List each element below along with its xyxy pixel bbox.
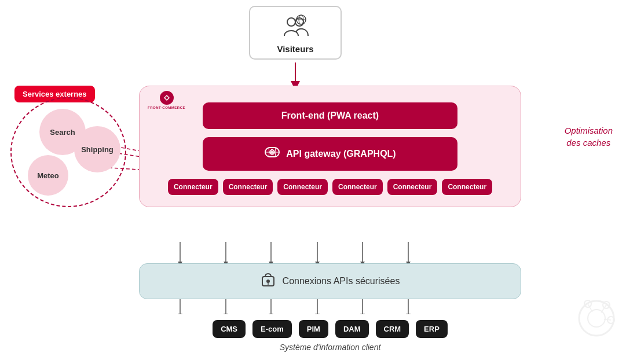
svg-line-43 — [588, 304, 592, 312]
api-icon — [264, 144, 280, 164]
visiteurs-label: Visiteurs — [277, 44, 313, 54]
api-gateway-label: API gateway (GRAPHQL) — [286, 149, 396, 159]
connecteur-4: Connecteur — [332, 179, 383, 195]
connecteur-5: Connecteur — [387, 179, 438, 195]
api-gateway-box: API gateway (GRAPHQL) — [203, 137, 457, 171]
connecteur-2: Connecteur — [223, 179, 273, 195]
si-box: CMS E-com PIM DAM CRM ERP Système d'info… — [139, 314, 521, 360]
diagram-container: Visiteurs FRONT-COMMERCE Front-end (PWA … — [0, 0, 637, 364]
connecteur-3: Connecteur — [277, 179, 328, 195]
svg-line-47 — [604, 319, 611, 320]
svg-rect-36 — [270, 151, 274, 154]
connecteur-6: Connecteur — [442, 179, 492, 195]
bubble-shipping: Shipping — [74, 126, 120, 172]
frontend-label: Front-end (PWA react) — [281, 111, 379, 120]
fc-logo-icon — [160, 91, 174, 105]
svg-point-28 — [287, 18, 295, 26]
svg-point-41 — [588, 310, 605, 327]
si-ecom: E-com — [252, 320, 292, 338]
visitors-icon — [281, 14, 309, 42]
svg-point-38 — [266, 280, 270, 283]
si-erp: ERP — [416, 320, 448, 338]
optimisation-label: Optimisation des caches — [565, 124, 613, 149]
fc-main-box: FRONT-COMMERCE Front-end (PWA react) — [139, 86, 521, 207]
right-decoration — [570, 292, 623, 347]
si-label: Système d'information client — [280, 343, 381, 352]
si-items-row: CMS E-com PIM DAM CRM ERP — [213, 320, 448, 338]
visiteurs-box: Visiteurs — [249, 6, 342, 60]
connecteur-row: Connecteur Connecteur Connecteur Connect… — [151, 179, 509, 195]
connecteur-1: Connecteur — [168, 179, 218, 195]
si-dam: DAM — [335, 320, 369, 338]
secure-icon — [261, 272, 276, 291]
bubble-meteo: Meteo — [28, 155, 68, 196]
secure-label: Connexions APIs sécurisées — [283, 276, 400, 286]
bubbles-circle: Search Shipping Meteo — [10, 97, 126, 207]
secure-box: Connexions APIs sécurisées — [139, 263, 521, 299]
si-cms: CMS — [213, 320, 246, 338]
si-pim: PIM — [299, 320, 328, 338]
frontend-box: Front-end (PWA react) — [203, 102, 457, 129]
fc-logo-text: FRONT-COMMERCE — [148, 106, 185, 109]
si-crm: CRM — [376, 320, 409, 338]
